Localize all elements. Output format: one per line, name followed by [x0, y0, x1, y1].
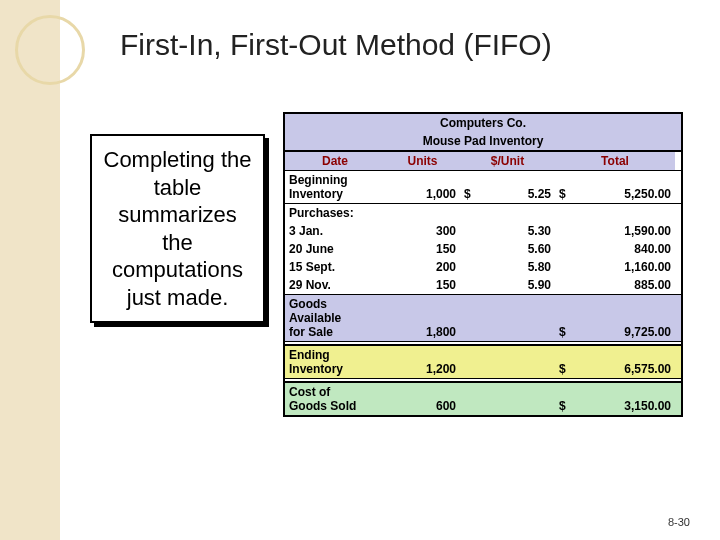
slide-title: First-In, First-Out Method (FIFO) — [120, 28, 690, 62]
available-label-2: Available — [289, 311, 381, 325]
available-label-1: Goods — [289, 297, 381, 311]
dollar-icon: $ — [559, 187, 566, 201]
ending-units: 1,200 — [426, 362, 456, 376]
purchases-label: Purchases: — [285, 204, 385, 222]
row-goods-available: Goods Available for Sale 1,800 $9,725.00 — [285, 294, 681, 341]
purchase-total: 1,590.00 — [555, 222, 675, 240]
dollar-icon: $ — [559, 325, 566, 339]
table-row: 3 Jan. 300 5.30 1,590.00 — [285, 222, 681, 240]
content-row: Completing the table summarizes the comp… — [90, 112, 690, 417]
purchase-total: 840.00 — [555, 240, 675, 258]
purchase-units: 300 — [385, 222, 460, 240]
purchase-units: 200 — [385, 258, 460, 276]
cogs-units: 600 — [436, 399, 456, 413]
purchase-units: 150 — [385, 276, 460, 294]
purchase-unit: 5.90 — [460, 276, 555, 294]
dollar-icon: $ — [559, 362, 566, 376]
dollar-icon: $ — [559, 399, 566, 413]
table-row: 29 Nov. 150 5.90 885.00 — [285, 276, 681, 294]
col-date: Date — [285, 152, 385, 170]
beginning-units: 1,000 — [426, 187, 456, 201]
purchase-units: 150 — [385, 240, 460, 258]
beginning-label: Beginning Inventory — [289, 173, 348, 201]
available-label-3: for Sale — [289, 325, 381, 339]
ending-total: 6,575.00 — [624, 362, 671, 376]
table-title-area: Computers Co. Mouse Pad Inventory — [285, 114, 681, 151]
col-units: Units — [385, 152, 460, 170]
beginning-total: 5,250.00 — [624, 187, 671, 201]
cogs-label-2: Goods Sold — [289, 399, 381, 413]
row-beginning: Beginning Inventory 1,000 $5.25 $5,250.0… — [285, 170, 681, 203]
purchase-unit: 5.60 — [460, 240, 555, 258]
callout-box: Completing the table summarizes the comp… — [90, 134, 265, 323]
inventory-table: Computers Co. Mouse Pad Inventory Date U… — [283, 112, 683, 417]
row-purchases-label: Purchases: — [285, 203, 681, 222]
row-ending-inventory: Ending Inventory 1,200 $6,575.00 — [285, 345, 681, 378]
col-total: Total — [555, 152, 675, 170]
table-title-2: Mouse Pad Inventory — [285, 132, 681, 150]
cogs-label-1: Cost of — [289, 385, 381, 399]
purchase-date: 29 Nov. — [285, 276, 385, 294]
purchase-date: 15 Sept. — [285, 258, 385, 276]
slide-body: First-In, First-Out Method (FIFO) Comple… — [0, 0, 720, 437]
table-header-row: Date Units $/Unit Total — [285, 151, 681, 170]
available-units: 1,800 — [426, 325, 456, 339]
ending-label-1: Ending — [289, 348, 381, 362]
available-total: 9,725.00 — [624, 325, 671, 339]
table-title-1: Computers Co. — [285, 114, 681, 132]
purchase-total: 885.00 — [555, 276, 675, 294]
table-row: 20 June 150 5.60 840.00 — [285, 240, 681, 258]
table-row: 15 Sept. 200 5.80 1,160.00 — [285, 258, 681, 276]
cogs-total: 3,150.00 — [624, 399, 671, 413]
beginning-unit: 5.25 — [528, 187, 551, 201]
dollar-icon: $ — [464, 187, 471, 201]
purchase-date: 20 June — [285, 240, 385, 258]
purchase-unit: 5.80 — [460, 258, 555, 276]
purchase-unit: 5.30 — [460, 222, 555, 240]
col-unit-price: $/Unit — [460, 152, 555, 170]
purchase-total: 1,160.00 — [555, 258, 675, 276]
page-number: 8-30 — [668, 516, 690, 528]
ending-label-2: Inventory — [289, 362, 381, 376]
row-cogs: Cost of Goods Sold 600 $3,150.00 — [285, 382, 681, 415]
purchase-date: 3 Jan. — [285, 222, 385, 240]
